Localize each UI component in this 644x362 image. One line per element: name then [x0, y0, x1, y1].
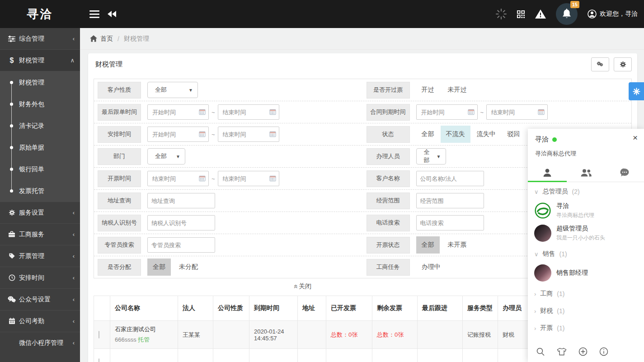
calendar-icon[interactable] [538, 109, 545, 115]
end-date-input[interactable] [222, 175, 269, 183]
assigned-all-option[interactable]: 全部 [147, 259, 171, 276]
status-not-lost-option[interactable]: 不流失 [441, 126, 470, 143]
notifications-button[interactable]: 15 [556, 3, 578, 25]
collapse-filters-button[interactable]: « 关闭 [88, 278, 517, 295]
group-invoicing[interactable]: › 开票 (1) [528, 320, 644, 336]
qr-code-button[interactable] [517, 10, 525, 19]
group-finance-tax[interactable]: › 财税 (1) [528, 303, 644, 319]
row-checkbox[interactable] [99, 331, 99, 338]
start-date-input[interactable] [420, 108, 468, 116]
contract-expire-start-input[interactable] [416, 104, 478, 120]
sidebar-item-business-services[interactable]: 工商服务 ‹ [0, 223, 80, 245]
info-button[interactable] [599, 347, 608, 356]
invoiced-no-option[interactable]: 未开过 [442, 81, 472, 99]
sidebar-item-company-attendance[interactable]: 公司考勤 ‹ [0, 310, 80, 332]
search-button[interactable] [536, 347, 545, 356]
col-invoiced: 已开发票 [326, 296, 372, 321]
department-select[interactable]: 全部 ▼ [147, 148, 185, 165]
end-date-input[interactable] [490, 108, 538, 116]
calendar-icon[interactable] [199, 109, 206, 115]
settings-button[interactable] [614, 57, 632, 71]
taxpayer-id-label: 纳税人识别号 [98, 215, 141, 231]
start-date-input[interactable] [151, 108, 199, 116]
sidebar-toggle-button[interactable] [89, 0, 99, 28]
calendar-icon[interactable] [199, 175, 206, 182]
submenu-item-original-documents[interactable]: 原始单据 [0, 136, 80, 158]
handler-select[interactable]: 全部 ▼ [416, 148, 446, 165]
invoice-time-start-input[interactable] [147, 171, 209, 186]
tab-messages[interactable] [605, 164, 644, 182]
caret-down-icon: ▼ [176, 154, 180, 159]
end-date-input[interactable] [222, 108, 269, 116]
invoiced-yes-option[interactable]: 开过 [416, 81, 440, 99]
arrange-end-input[interactable] [218, 127, 279, 142]
chat-member-xunqia[interactable]: 寻洽 寻洽商标总代理 [528, 199, 644, 222]
customer-nature-value: 全部 [155, 86, 167, 94]
tab-contacts[interactable] [528, 164, 567, 182]
status-losing-option[interactable]: 流失中 [471, 126, 501, 143]
business-scope-input[interactable] [416, 193, 484, 208]
calendar-icon[interactable] [199, 131, 206, 137]
invoice-time-end-input[interactable] [218, 171, 279, 186]
arrange-start-input[interactable] [147, 127, 209, 142]
member-name: 销售部经理 [556, 269, 588, 277]
customer-name-input[interactable] [416, 171, 484, 186]
calendar-icon[interactable] [269, 109, 276, 115]
hamburger-icon [89, 10, 99, 18]
start-date-input[interactable] [151, 175, 199, 183]
group-super-admins[interactable]: ∨ 总管理员 (2) [528, 184, 644, 199]
breadcrumb-home-link[interactable]: 首页 [90, 35, 113, 43]
chat-member-sales-manager[interactable]: 销售部经理 [528, 262, 644, 284]
sidebar-item-wechat-miniprogram-management[interactable]: 微信小程序管理 ‹ [0, 332, 80, 353]
group-business[interactable]: › 工商 (1) [528, 286, 644, 301]
info-circle-icon [599, 347, 608, 356]
business-task-processing-option[interactable]: 办理中 [416, 259, 446, 276]
calendar-icon[interactable] [269, 175, 276, 182]
row-checkbox[interactable] [99, 358, 99, 362]
tags-icon [7, 253, 17, 259]
start-date-input[interactable] [151, 131, 199, 138]
tab-groups[interactable] [567, 164, 606, 182]
end-date-input[interactable] [222, 131, 269, 138]
contract-expire-end-input[interactable] [486, 104, 548, 120]
breadcrumb-home-label: 首页 [100, 35, 113, 43]
shirt-button[interactable] [557, 348, 567, 356]
submenu-item-card-clearing-records[interactable]: 清卡记录 [0, 115, 80, 136]
submenu-item-finance-tax-management[interactable]: 财税管理 [0, 71, 80, 93]
submenu-item-invoice-hosting[interactable]: 发票托管 [0, 180, 80, 202]
address-query-input[interactable] [147, 193, 215, 208]
status-rejected-option[interactable]: 驳回 [502, 126, 526, 143]
sidebar-item-comprehensive-management[interactable]: 综合管理 ‹ [0, 28, 80, 49]
add-button[interactable] [578, 347, 588, 356]
sidebar-item-official-account-settings[interactable]: 公众号设置 ‹ [0, 288, 80, 310]
group-sales[interactable]: ∨ 销售 (1) [528, 246, 644, 262]
handler-cell: 财税 [498, 321, 530, 349]
assigned-unassigned-option[interactable]: 未分配 [174, 259, 203, 276]
sidebar-item-schedule-time[interactable]: 安排时间 ‹ [0, 267, 80, 288]
phone-search-input[interactable] [416, 215, 484, 230]
group-name: 总管理员 [543, 188, 568, 196]
invoice-status-none-option[interactable]: 未开票 [442, 236, 472, 254]
sidebar-item-invoicing-management[interactable]: 开票管理 ‹ [0, 245, 80, 267]
calendar-icon[interactable] [269, 131, 276, 137]
collapse-tabs-button[interactable] [108, 0, 117, 28]
submenu-item-finance-outsourcing[interactable]: 财务外包 [0, 93, 80, 115]
supervisor-search-input[interactable] [147, 237, 215, 253]
calendar-icon[interactable] [468, 109, 475, 115]
chat-member-super-admin[interactable]: 超级管理员 我是一只小小的石头 [528, 222, 644, 244]
status-all-option[interactable]: 全部 [416, 126, 440, 143]
quick-action-fab[interactable] [629, 82, 644, 100]
user-menu[interactable]: 欢迎您，寻洽 [588, 9, 638, 19]
sidebar-item-finance-tax-management[interactable]: $ 财税管理 ∧ [0, 49, 80, 71]
close-icon[interactable]: × [633, 133, 638, 142]
customer-nature-select[interactable]: 全部 ▼ [147, 82, 198, 98]
column-settings-button[interactable] [591, 57, 609, 71]
loading-spinner-button[interactable] [496, 9, 507, 19]
last-follow-end-input[interactable] [218, 104, 279, 120]
taxpayer-id-input[interactable] [147, 215, 215, 230]
invoice-status-all-option[interactable]: 全部 [416, 236, 440, 254]
alerts-button[interactable] [535, 9, 546, 19]
sidebar-item-service-settings[interactable]: 服务设置 ‹ [0, 202, 80, 223]
last-follow-start-input[interactable] [147, 104, 209, 120]
submenu-item-bank-receipts[interactable]: 银行回单 [0, 158, 80, 180]
